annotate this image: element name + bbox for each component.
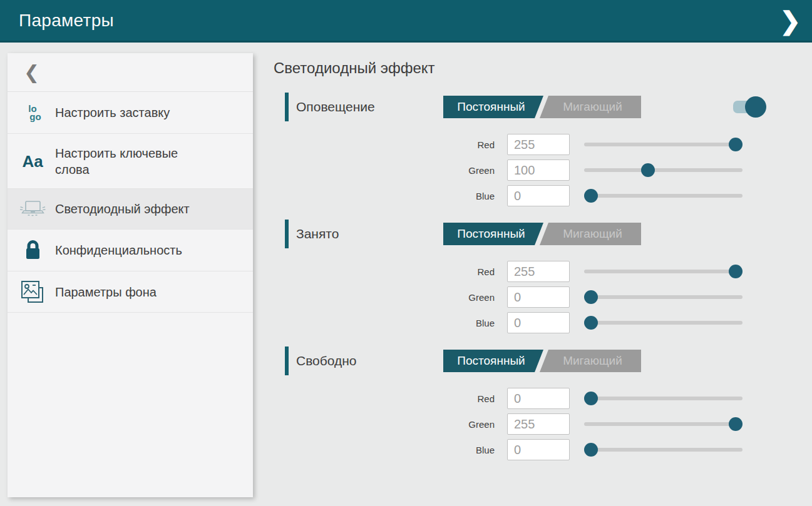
mode-segmented-control: Постоянный Мигающий: [443, 96, 641, 118]
slider-track: [584, 448, 743, 452]
toggle-knob: [745, 96, 766, 118]
green-value-input[interactable]: [507, 413, 570, 435]
forward-chevron-icon[interactable]: ❯: [779, 8, 801, 33]
mode-option-blinking[interactable]: Мигающий: [544, 96, 641, 118]
sidebar-item-label: Светодиодный эффект: [55, 201, 190, 217]
slider-track: [584, 422, 743, 426]
accent-bar: [285, 93, 289, 121]
sidebar-item-privacy[interactable]: Конфиденциальность: [8, 230, 253, 271]
blue-label: Blue: [274, 445, 495, 455]
lock-icon: [19, 239, 46, 261]
page-title: Параметры: [19, 11, 114, 31]
slider-track: [584, 270, 743, 273]
slider-thumb[interactable]: [584, 443, 598, 457]
red-value-input[interactable]: [507, 134, 570, 155]
blue-value-input[interactable]: [507, 439, 570, 460]
blue-slider[interactable]: [584, 439, 743, 460]
slider-track: [584, 143, 743, 146]
led-effect-panel: Светодиодный эффект Оповещение Постоянны…: [274, 43, 812, 460]
content-area: ❮ lo go Настроить заставку Aa Настроить …: [0, 43, 812, 506]
slider-track: [584, 194, 743, 198]
sidebar-back-button[interactable]: ❮: [8, 53, 253, 92]
red-value-input[interactable]: [507, 388, 570, 409]
green-slider[interactable]: [584, 413, 743, 435]
accent-bar: [285, 220, 289, 248]
logo-icon-line2: go: [29, 113, 41, 121]
green-slider[interactable]: [584, 159, 743, 181]
mode-option-constant[interactable]: Постоянный: [443, 350, 539, 372]
keywords-aa-icon: Aa: [19, 153, 46, 170]
red-slider[interactable]: [584, 261, 743, 282]
alert-toggle-switch[interactable]: [733, 101, 761, 113]
green-value-input[interactable]: [507, 286, 570, 308]
section-alert: Оповещение Постоянный Мигающий Red: [274, 93, 812, 206]
back-chevron-icon: ❮: [24, 63, 39, 82]
sidebar-item-label: Конфиденциальность: [55, 242, 182, 258]
panel-title: Светодиодный эффект: [274, 59, 812, 78]
sidebar-item-label: Настроить ключевые слова: [55, 145, 200, 178]
section-title: Занято: [296, 226, 339, 241]
red-slider[interactable]: [584, 134, 743, 155]
sidebar-item-splash-screen[interactable]: lo go Настроить заставку: [8, 92, 253, 134]
green-label: Green: [274, 292, 495, 303]
slider-thumb[interactable]: [584, 316, 598, 330]
logo-icon: lo go: [19, 104, 46, 121]
section-title: Оповещение: [296, 99, 375, 114]
slider-track: [584, 295, 743, 299]
slider-thumb[interactable]: [729, 265, 743, 278]
mode-option-blinking[interactable]: Мигающий: [544, 223, 641, 245]
slider-thumb[interactable]: [641, 163, 655, 177]
red-label: Red: [274, 393, 495, 404]
slider-thumb[interactable]: [729, 417, 743, 431]
blue-value-input[interactable]: [507, 312, 570, 333]
section-free: Свободно Постоянный Мигающий Red: [274, 347, 812, 460]
green-label: Green: [274, 165, 495, 176]
sidebar-item-label: Параметры фона: [55, 284, 157, 300]
slider-thumb[interactable]: [584, 290, 598, 304]
green-label: Green: [274, 419, 495, 430]
red-label: Red: [274, 266, 495, 277]
slider-thumb[interactable]: [584, 392, 598, 405]
blue-slider[interactable]: [584, 185, 743, 206]
red-slider[interactable]: [584, 388, 743, 409]
sidebar-item-background[interactable]: Параметры фона: [8, 271, 253, 313]
mode-segmented-control: Постоянный Мигающий: [443, 223, 641, 245]
accent-bar: [285, 347, 289, 375]
slider-track: [584, 168, 743, 172]
sidebar-item-keywords[interactable]: Aa Настроить ключевые слова: [8, 134, 253, 189]
red-label: Red: [274, 139, 495, 150]
mode-option-constant[interactable]: Постоянный: [443, 96, 539, 118]
slider-track: [584, 397, 743, 400]
blue-label: Blue: [274, 318, 495, 328]
mode-option-constant[interactable]: Постоянный: [443, 223, 539, 245]
red-value-input[interactable]: [507, 261, 570, 282]
section-title: Свободно: [296, 353, 357, 368]
green-value-input[interactable]: [507, 159, 570, 181]
slider-thumb[interactable]: [584, 189, 598, 203]
led-screen-icon: [19, 198, 46, 220]
background-images-icon: [19, 280, 46, 305]
slider-track: [584, 321, 743, 325]
green-slider[interactable]: [584, 286, 743, 308]
blue-slider[interactable]: [584, 312, 743, 333]
sidebar-item-label: Настроить заставку: [55, 104, 170, 121]
app-header: Параметры ❯: [0, 0, 812, 43]
sidebar-item-led-effect[interactable]: Светодиодный эффект: [8, 189, 253, 230]
blue-label: Blue: [274, 191, 495, 201]
sidebar: ❮ lo go Настроить заставку Aa Настроить …: [8, 53, 253, 497]
slider-thumb[interactable]: [729, 138, 743, 151]
blue-value-input[interactable]: [507, 185, 570, 206]
mode-segmented-control: Постоянный Мигающий: [443, 350, 641, 372]
mode-option-blinking[interactable]: Мигающий: [544, 350, 641, 372]
section-busy: Занято Постоянный Мигающий Red: [274, 220, 812, 333]
